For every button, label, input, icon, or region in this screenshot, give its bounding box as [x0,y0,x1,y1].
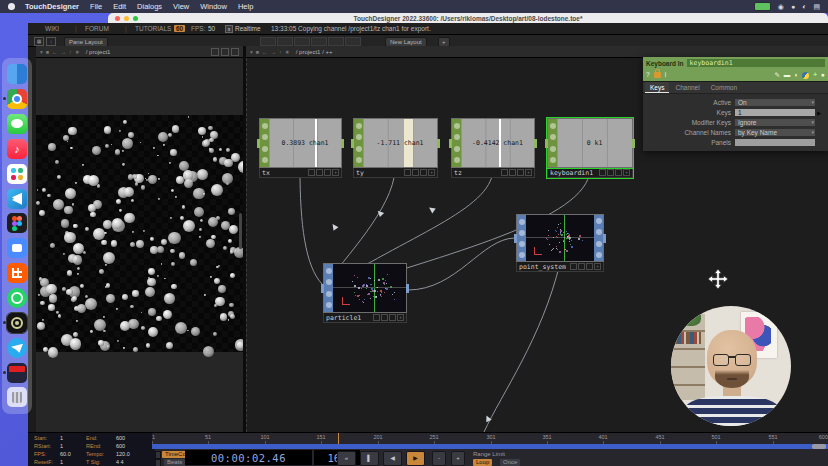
battery-icon[interactable] [754,2,771,11]
node-flags[interactable] [594,215,603,261]
node-name[interactable]: particle1+ [323,313,407,323]
forum-link[interactable]: FORUM [85,25,109,32]
dock-item-chrome[interactable] [7,89,27,109]
node-flags[interactable] [324,264,333,312]
pane-type-icon[interactable]: ■ [46,49,49,55]
python-icon[interactable] [802,72,809,79]
node-flags[interactable] [354,119,363,167]
node-ty[interactable]: -1.711 chan1ty+ [353,118,438,178]
pencil-icon[interactable]: ✎ [774,70,779,80]
node-keyboardin1[interactable]: 0 k1keyboardin1+ [547,118,633,178]
control-center-icon[interactable]: ◐ [802,0,806,13]
node-name[interactable]: tz+ [451,168,535,178]
layout-preset-slot[interactable] [277,37,293,46]
add-layout-button[interactable]: + [438,37,450,47]
pane-scroll-handle[interactable] [239,213,242,249]
layout-preset-slot[interactable] [311,37,327,46]
loop-button[interactable]: Loop [473,459,492,466]
new-layout-button[interactable]: New Layout [385,37,427,47]
node-name[interactable]: ty+ [353,168,438,178]
tab-common[interactable]: Common [706,82,742,93]
left-pane-path[interactable]: / project1 [86,49,111,55]
up-icon[interactable]: ↑ [69,49,72,55]
param-channel-names[interactable]: by Key Name [735,129,815,136]
pane-layout-button[interactable]: Pane Layout [64,37,108,47]
node-output[interactable] [632,139,635,148]
timeline-settings[interactable]: Start:1End:600RStart:1REnd:600FPS:60.0Te… [28,433,155,466]
node-flags[interactable] [452,119,461,167]
pane-split-icon[interactable] [211,48,219,56]
dock-item-music[interactable]: ♪ [7,139,27,159]
comment-icon[interactable]: ▬ [784,70,791,80]
node-input[interactable] [351,139,354,148]
tab-channel[interactable]: Channel [670,82,704,93]
menu-help[interactable]: Help [238,2,253,11]
param-active[interactable]: On [735,99,815,106]
tutorials-link[interactable]: TUTORIALS [135,25,171,32]
jump-start-button[interactable]: « [337,451,356,466]
dock-item-trash[interactable] [7,387,27,407]
node-output[interactable] [437,139,440,148]
display-icon[interactable]: ◉ [778,0,784,13]
range-minus-button[interactable]: - [432,451,446,466]
node-output[interactable] [603,234,606,243]
dock-item-figma[interactable] [7,213,27,233]
dock-item-slack[interactable] [7,164,27,184]
node-input[interactable] [514,234,517,243]
play-reverse-button[interactable]: ◀ [383,451,402,466]
expand-arrow-icon[interactable]: ▶ [817,110,821,116]
back-icon[interactable]: ← [262,49,268,55]
node-name[interactable]: tx+ [259,168,342,178]
dock-item-messages[interactable] [7,114,27,134]
pane-menu-icon[interactable]: ▾ [40,49,43,55]
touch-icon[interactable]: ◗ [794,70,798,80]
layout-preset-slot[interactable] [328,37,344,46]
node-tx[interactable]: 0.3893 chan1tx+ [259,118,342,178]
parameter-dialog-header[interactable]: Keyboard In keyboardin1 [643,57,828,69]
tab-keys[interactable]: Keys [645,82,669,93]
dock-item-touchdesigner[interactable] [7,313,27,333]
help-icon[interactable]: ? [646,70,650,80]
apple-menu-icon[interactable] [8,3,15,10]
pane-maximize-icon[interactable] [221,48,229,56]
dock-item-whatsapp[interactable] [7,288,27,308]
info-icon[interactable]: i [665,70,666,80]
node-input[interactable] [321,284,324,293]
param-keys[interactable]: 1 [735,109,815,116]
beats-mode-button[interactable]: Beats [164,459,185,466]
once-button[interactable]: Once [500,459,520,466]
range-plus-button[interactable]: + [451,451,465,466]
timeline-option-button[interactable] [155,459,161,466]
node-flags[interactable] [517,215,526,261]
forward-icon[interactable]: → [61,49,67,55]
dock-item-hey[interactable] [7,263,27,283]
menu-edit[interactable]: Edit [113,2,126,11]
node-input[interactable] [545,139,548,148]
forward-icon[interactable]: → [271,49,277,55]
node-particle1[interactable]: particle1+ [323,263,407,323]
menu-file[interactable]: File [90,2,102,11]
dock-item-finder[interactable] [7,64,27,84]
add-icon[interactable]: + [813,70,817,80]
pause-button[interactable]: ▌ [360,451,379,466]
language-icon[interactable]: ● [821,70,825,80]
layout-preset-slot[interactable] [345,37,361,46]
right-pane-path[interactable]: / project1 / ++ [296,49,333,55]
node-input[interactable] [257,139,260,148]
node-flags[interactable] [260,119,269,167]
menu-view[interactable]: View [173,2,189,11]
pane-menu-icon[interactable]: ▾ [250,49,253,55]
node-output[interactable] [406,284,409,293]
play-button[interactable]: ▶ [406,451,425,466]
param-panels[interactable] [735,139,815,146]
menu-touchdesigner[interactable]: TouchDesigner [25,2,79,11]
node-flags[interactable] [548,119,557,167]
bookmark-icon[interactable]: ★ [75,49,80,55]
timeline-option-button[interactable] [155,451,161,459]
layout-preset-slot[interactable] [294,37,310,46]
moon-icon[interactable]: ● [791,0,795,13]
dock-item-live[interactable] [7,363,27,383]
pane-type-icon[interactable]: ■ [256,49,259,55]
node-point_system[interactable]: point_system+ [516,214,604,272]
menu-dialogs[interactable]: Dialogs [137,2,162,11]
